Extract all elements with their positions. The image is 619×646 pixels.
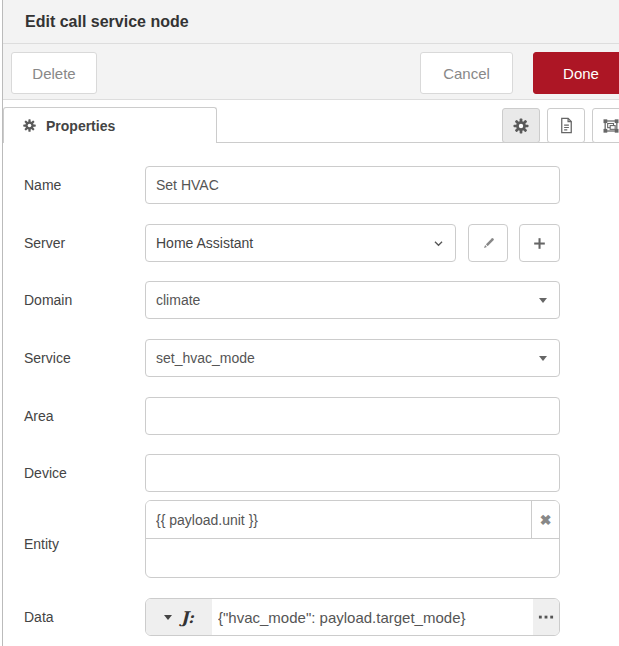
data-input[interactable] bbox=[212, 599, 533, 635]
properties-panel-button[interactable] bbox=[502, 108, 540, 143]
device-input[interactable] bbox=[145, 454, 560, 492]
name-label: Name bbox=[24, 176, 61, 194]
area-label: Area bbox=[24, 407, 54, 425]
data-typed-input: J: bbox=[145, 598, 560, 636]
area-input[interactable] bbox=[145, 397, 560, 435]
caret-down-icon[interactable] bbox=[539, 356, 547, 361]
device-label: Device bbox=[24, 464, 67, 482]
gear-icon bbox=[512, 117, 530, 135]
x-icon: ✖ bbox=[540, 512, 552, 528]
properties-form: Name Server Home Assistant Domain Servic… bbox=[3, 143, 619, 646]
appearance-icon bbox=[601, 116, 619, 136]
description-panel-button[interactable] bbox=[547, 108, 585, 143]
server-edit-button[interactable] bbox=[468, 224, 508, 262]
document-icon bbox=[557, 116, 576, 135]
entity-input[interactable] bbox=[146, 501, 531, 538]
dialog-header: Edit call service node bbox=[3, 0, 619, 44]
tab-bar: Properties bbox=[3, 100, 619, 143]
service-label: Service bbox=[24, 349, 71, 367]
server-select-value: Home Assistant bbox=[156, 235, 253, 251]
entity-list: ✖ bbox=[145, 500, 560, 578]
tab-properties-label: Properties bbox=[46, 118, 115, 134]
domain-combo bbox=[145, 281, 560, 319]
tab-properties[interactable]: Properties bbox=[3, 107, 217, 143]
service-input[interactable] bbox=[145, 339, 560, 377]
server-add-button[interactable] bbox=[519, 224, 560, 262]
data-label: Data bbox=[24, 608, 54, 626]
entity-label: Entity bbox=[24, 535, 59, 553]
entity-row: ✖ bbox=[146, 501, 559, 539]
delete-button[interactable]: Delete bbox=[11, 52, 97, 94]
entity-row-empty[interactable] bbox=[146, 539, 559, 578]
name-input[interactable] bbox=[145, 166, 560, 204]
server-label: Server bbox=[24, 234, 65, 252]
done-button[interactable]: Done bbox=[533, 52, 619, 94]
jsonata-type-icon: J: bbox=[181, 608, 194, 627]
plus-icon bbox=[531, 235, 548, 252]
appearance-panel-button[interactable] bbox=[592, 108, 619, 143]
domain-label: Domain bbox=[24, 291, 72, 309]
edit-node-dialog: Edit call service node Delete Cancel Don… bbox=[2, 0, 619, 646]
chevron-down-icon bbox=[430, 235, 447, 252]
server-select[interactable]: Home Assistant bbox=[145, 224, 456, 262]
ellipsis-icon bbox=[536, 607, 556, 627]
pencil-icon bbox=[480, 235, 497, 252]
data-type-button[interactable]: J: bbox=[146, 599, 212, 635]
caret-down-icon[interactable] bbox=[539, 298, 547, 303]
data-expand-button[interactable] bbox=[533, 599, 559, 635]
cancel-button[interactable]: Cancel bbox=[420, 52, 513, 94]
service-combo bbox=[145, 339, 560, 377]
dialog-toolbar: Delete Cancel Done bbox=[3, 44, 619, 100]
domain-input[interactable] bbox=[145, 281, 560, 319]
entity-remove-button[interactable]: ✖ bbox=[531, 501, 559, 538]
gear-icon bbox=[22, 118, 37, 133]
dialog-title: Edit call service node bbox=[25, 13, 189, 31]
caret-down-icon bbox=[164, 615, 172, 620]
